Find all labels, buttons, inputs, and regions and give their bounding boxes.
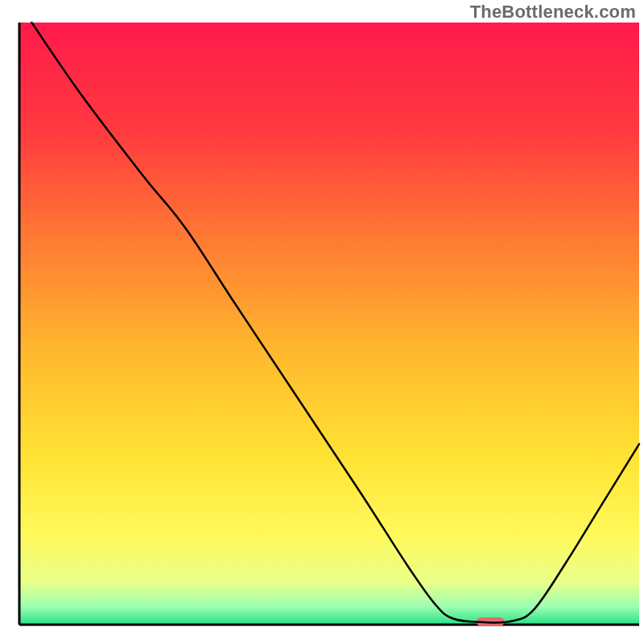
chart-container: TheBottleneck.com (0, 0, 644, 644)
chart-background (19, 23, 639, 625)
bottleneck-chart (0, 0, 644, 644)
watermark-text: TheBottleneck.com (470, 2, 636, 23)
